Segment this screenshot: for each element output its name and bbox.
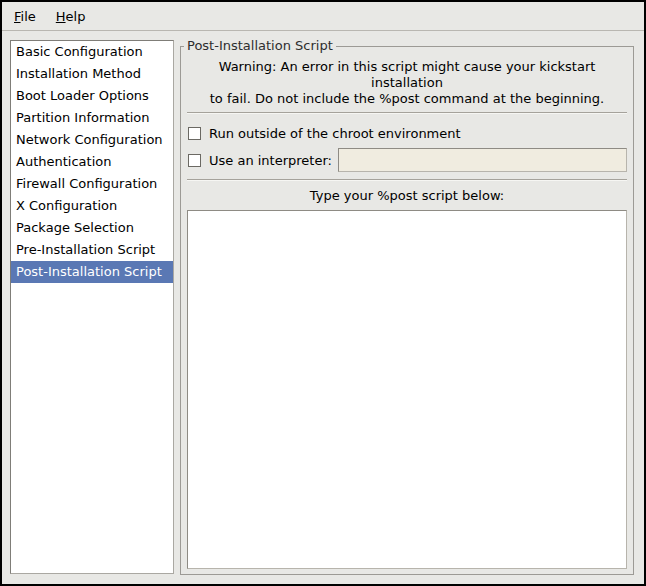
sidebar-item-x-configuration[interactable]: X Configuration bbox=[11, 195, 173, 217]
sidebar-item-pre-installation-script[interactable]: Pre-Installation Script bbox=[11, 239, 173, 261]
warning-text: Warning: An error in this script might c… bbox=[187, 59, 627, 107]
section-list: Basic Configuration Installation Method … bbox=[10, 40, 174, 574]
sidebar-item-package-selection[interactable]: Package Selection bbox=[11, 217, 173, 239]
interpreter-input[interactable] bbox=[338, 148, 627, 172]
sidebar-item-network-configuration[interactable]: Network Configuration bbox=[11, 129, 173, 151]
post-script-textarea[interactable] bbox=[187, 210, 627, 569]
menu-file-label: File bbox=[14, 9, 36, 24]
chroot-checkbox-row[interactable]: Run outside of the chroot environment bbox=[187, 124, 627, 142]
kickstart-configurator-window: File Help Basic Configuration Installati… bbox=[0, 0, 646, 586]
sidebar-item-post-installation-script[interactable]: Post-Installation Script bbox=[11, 261, 173, 283]
separator bbox=[187, 112, 627, 114]
menu-file[interactable]: File bbox=[4, 5, 46, 28]
run-outside-chroot-checkbox[interactable] bbox=[188, 127, 201, 140]
run-outside-chroot-label: Run outside of the chroot environment bbox=[209, 126, 461, 141]
sidebar-item-boot-loader-options[interactable]: Boot Loader Options bbox=[11, 85, 173, 107]
script-area-label: Type your %post script below: bbox=[187, 188, 627, 204]
use-interpreter-label: Use an interpreter: bbox=[209, 153, 332, 168]
sidebar-item-basic-configuration[interactable]: Basic Configuration bbox=[11, 41, 173, 63]
menu-help-label: Help bbox=[56, 9, 86, 24]
sidebar-item-installation-method[interactable]: Installation Method bbox=[11, 63, 173, 85]
frame-title: Post-Installation Script bbox=[184, 38, 336, 54]
sidebar-item-authentication[interactable]: Authentication bbox=[11, 151, 173, 173]
separator bbox=[187, 179, 627, 181]
interpreter-checkbox-row[interactable]: Use an interpreter: bbox=[187, 148, 627, 172]
post-installation-script-frame: Post-Installation Script Warning: An err… bbox=[180, 46, 634, 575]
use-interpreter-checkbox[interactable] bbox=[188, 154, 201, 167]
menubar: File Help bbox=[2, 2, 644, 31]
menu-help[interactable]: Help bbox=[46, 5, 96, 28]
sidebar-item-partition-information[interactable]: Partition Information bbox=[11, 107, 173, 129]
sidebar-item-firewall-configuration[interactable]: Firewall Configuration bbox=[11, 173, 173, 195]
